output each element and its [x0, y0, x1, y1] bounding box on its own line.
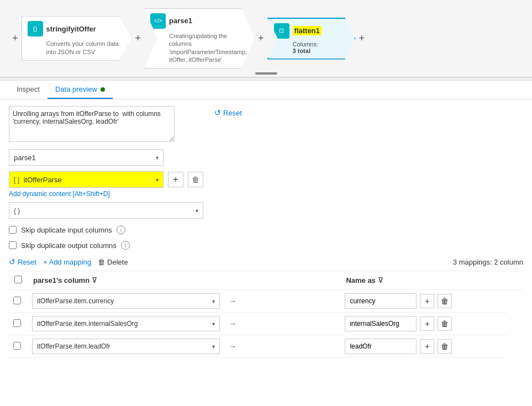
pipeline-add-2[interactable]: + [255, 33, 267, 44]
target-input-1[interactable] [345, 316, 417, 331]
parse1-desc: Creating/updating the columns 'importPar… [150, 32, 249, 64]
stringify-title: stringifyitOffer [46, 25, 96, 33]
row-checkbox-cell-0 [9, 290, 28, 313]
pipeline-add-3[interactable]: + [356, 33, 368, 44]
skip-duplicate-output-label: Skip duplicate output columns [21, 241, 117, 250]
dynamic-content-link[interactable]: Add dynamic content [Alt+Shift+D] [9, 190, 110, 198]
data-preview-tab-label: Data preview [55, 85, 97, 93]
add-row-btn-1[interactable]: + [420, 317, 434, 331]
header-checkbox-cell [9, 271, 28, 290]
source-select-1[interactable]: itOfferParse.item.internalSalesOrg ▾ [32, 316, 220, 331]
select-all-checkbox[interactable] [14, 276, 22, 283]
add-mapping-button[interactable]: + Add mapping [43, 258, 91, 266]
object-select[interactable]: { } ▾ [9, 202, 203, 219]
col2-header: Name as ⊽ [340, 271, 507, 290]
pipeline-add-1[interactable]: + [132, 33, 145, 44]
skip-duplicate-input-label: Skip duplicate input columns [21, 226, 112, 234]
delete-row-btn-1[interactable]: 🗑 [438, 317, 452, 331]
pipeline-node-stringify[interactable]: {} stringifyitOffer Converts your column… [22, 16, 132, 61]
pipeline-add-left[interactable]: + [9, 33, 22, 44]
arrow-right-0: → [224, 297, 241, 305]
row-checkbox-cell-1 [9, 313, 28, 335]
source-chevron-0: ▾ [212, 298, 215, 304]
parse1-icon: </> [150, 13, 166, 29]
arrow-right-1: → [224, 319, 241, 328]
add-row-btn-2[interactable]: + [420, 339, 434, 354]
target-input-2[interactable] [345, 339, 417, 354]
scroll-indicator [255, 72, 277, 75]
source-select-0[interactable]: itOfferParse.item.currency ▾ [32, 293, 220, 309]
parse1-title: parse1 [169, 17, 192, 25]
source-cell-2: itOfferParse.item.leadOfr ▾ → [28, 335, 340, 358]
reset-mapping-button[interactable]: ↺ Reset [9, 257, 36, 266]
target-input-0[interactable] [345, 293, 417, 309]
add-item-button[interactable]: + [168, 172, 183, 187]
source-chevron-icon: ▾ [156, 155, 159, 161]
delete-label: Delete [107, 258, 128, 266]
source-select-row: parse1 ▾ [9, 149, 203, 166]
row-checkbox-1[interactable] [13, 319, 21, 327]
skip-duplicate-output-row: Skip duplicate output columns i [9, 241, 203, 250]
table-row: itOfferParse.item.internalSalesOrg ▾ → +… [9, 313, 523, 335]
stringify-icon: {} [28, 21, 43, 36]
inspect-panel: Unrolling arrays from itOfferParse to wi… [0, 99, 532, 365]
row-checkbox-cell-2 [9, 335, 28, 358]
reset-mapping-label: Reset [18, 258, 36, 266]
add-mapping-label: + Add mapping [43, 258, 91, 266]
pipeline-node-parse1[interactable]: </> parse1 Creating/updating the columns… [144, 8, 255, 68]
delete-array-button[interactable]: 🗑 [188, 172, 203, 187]
source-cell-0: itOfferParse.item.currency ▾ → [28, 290, 340, 313]
array-select[interactable]: [ ] itOfferParse ▾ [9, 171, 164, 188]
flatten1-columns: Columns: 3 total [274, 41, 318, 54]
row-checkbox-2[interactable] [13, 342, 21, 350]
skip-duplicate-input-checkbox[interactable] [9, 226, 17, 234]
source-cell-1: itOfferParse.item.internalSalesOrg ▾ → [28, 313, 340, 335]
reset-icon-top: ↺ [214, 108, 221, 117]
source-value-1: itOfferParse.item.internalSalesOrg [37, 320, 138, 328]
source-chevron-1: ▾ [212, 321, 215, 327]
col1-filter-icon[interactable]: ⊽ [92, 276, 97, 284]
source-chevron-2: ▾ [212, 344, 215, 350]
array-badge: [ ] [14, 176, 19, 184]
delete-icon: 🗑 [98, 258, 105, 266]
source-select[interactable]: parse1 ▾ [9, 149, 164, 166]
mapping-toolbar: ↺ Reset + Add mapping 🗑 Delete 3 mapping… [9, 257, 523, 271]
skip-output-info-icon: i [121, 241, 130, 250]
reset-button-top[interactable]: ↺ Reset [214, 106, 242, 119]
table-header-row: parse1's column ⊽ Name as ⊽ [9, 271, 523, 290]
source-select-label: parse1 [14, 154, 36, 162]
delete-row-btn-2[interactable]: 🗑 [438, 339, 452, 354]
array-select-label: itOfferParse [24, 176, 62, 184]
arrow-right-2: → [224, 342, 241, 351]
mapping-table: parse1's column ⊽ Name as ⊽ [9, 271, 523, 358]
mapping-count: 3 mappings: 2 column [453, 258, 523, 266]
row-checkbox-0[interactable] [13, 297, 21, 304]
col3-header [507, 271, 523, 290]
table-row: itOfferParse.item.currency ▾ → + 🗑 [9, 290, 523, 313]
table-row: itOfferParse.item.leadOfr ▾ → + 🗑 [9, 335, 523, 358]
object-badge: { } [14, 207, 20, 215]
reset-label-top: Reset [223, 109, 242, 117]
tab-inspect[interactable]: Inspect [9, 81, 48, 99]
skip-input-info-icon: i [117, 225, 125, 234]
tab-data-preview[interactable]: Data preview [48, 81, 113, 99]
skip-duplicate-output-checkbox[interactable] [9, 241, 17, 249]
object-chevron-icon: ▾ [196, 208, 198, 214]
array-chevron-icon: ▾ [156, 177, 159, 183]
target-cell-2: + 🗑 [340, 335, 507, 358]
source-value-2: itOfferParse.item.leadOfr [37, 342, 110, 350]
target-cell-1: + 🗑 [340, 313, 507, 335]
add-row-btn-0[interactable]: + [420, 294, 434, 308]
data-preview-indicator [101, 87, 105, 92]
col2-filter-icon[interactable]: ⊽ [378, 276, 383, 284]
flatten1-title: flatten1 [293, 26, 322, 35]
inspect-tab-label: Inspect [17, 85, 40, 93]
description-textarea[interactable]: Unrolling arrays from itOfferParse to wi… [9, 106, 175, 142]
delete-mapping-button[interactable]: 🗑 Delete [98, 258, 128, 266]
reset-mapping-icon: ↺ [9, 257, 15, 266]
skip-duplicate-input-row: Skip duplicate input columns i [9, 225, 203, 234]
source-value-0: itOfferParse.item.currency [37, 297, 114, 305]
pipeline-node-flatten1[interactable]: ⊡ flatten1 Columns: 3 total [267, 18, 356, 60]
source-select-2[interactable]: itOfferParse.item.leadOfr ▾ [32, 339, 220, 354]
delete-row-btn-0[interactable]: 🗑 [438, 294, 452, 308]
